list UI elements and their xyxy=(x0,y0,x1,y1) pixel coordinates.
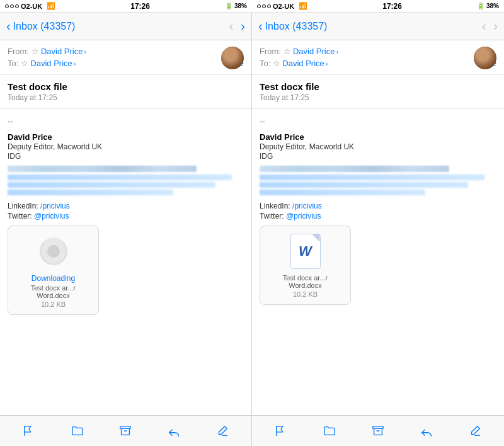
linkedin-link-left[interactable]: /pricivius xyxy=(40,202,70,210)
compose-button-left[interactable] xyxy=(212,421,232,441)
blur-line-4-left xyxy=(8,190,173,195)
subject-area-left: Test docx file Today at 17:25 xyxy=(0,75,251,109)
linkedin-label-left: LinkedIn: xyxy=(8,202,38,210)
folder-button-right[interactable] xyxy=(319,421,340,441)
attachment-downloading-label-left: Downloading xyxy=(32,274,75,283)
sig-links-right: LinkedIn: /pricivius Twitter: @pricivius xyxy=(260,202,496,220)
attachment-icon-left xyxy=(35,232,72,270)
status-bar-left: O2-UK 📶 17:26 🔋 38% xyxy=(0,0,252,13)
from-label-left: From: xyxy=(8,47,29,56)
archive-icon-right xyxy=(371,424,385,438)
subject-left: Test docx file xyxy=(8,81,244,92)
to-chevron-right: › xyxy=(326,60,328,67)
archive-button-left[interactable] xyxy=(115,421,135,441)
nav-arrows-right: ‹ › xyxy=(482,19,498,33)
to-row-right: To: ☆ David Price › Hide xyxy=(260,59,496,68)
attachment-name-left: Test docx ar...r Word.docx xyxy=(14,284,92,299)
from-name-right[interactable]: David Price xyxy=(293,47,335,56)
archive-button-right[interactable] xyxy=(368,421,388,441)
from-chevron-left: › xyxy=(84,48,86,55)
to-row-left: To: ☆ David Price › Hide xyxy=(8,59,244,68)
to-content-right: To: ☆ David Price › xyxy=(260,59,328,68)
sig-name-left: David Price xyxy=(8,132,244,142)
flag-button-left[interactable] xyxy=(19,421,39,441)
from-name-left[interactable]: David Price xyxy=(41,47,83,56)
nav-left: ‹ Inbox (43357) ‹ › xyxy=(0,13,252,40)
avatar-left xyxy=(221,47,244,69)
separator-right: -- xyxy=(260,117,496,126)
download-spinner-left xyxy=(40,237,67,265)
subject-right: Test docx file xyxy=(260,81,496,92)
sig-company-right: IDG xyxy=(260,152,496,161)
avatar-img-left xyxy=(221,47,244,69)
sig-title-right: Deputy Editor, Macworld UK xyxy=(260,142,496,151)
attachment-box-right[interactable]: W Test docx ar...r Word.docx 10.2 KB xyxy=(260,226,351,305)
linkedin-link-right[interactable]: /pricivius xyxy=(292,202,322,210)
blur-line-2-left xyxy=(8,174,232,180)
blur-line-2-right xyxy=(260,174,484,180)
right-battery-percent: 38% xyxy=(486,3,499,9)
twitter-link-right[interactable]: @pricivius xyxy=(286,212,321,220)
left-carrier-name: O2-UK xyxy=(21,3,42,10)
left-carrier-signal: O2-UK 📶 xyxy=(5,2,55,10)
twitter-line-left: Twitter: @pricivius xyxy=(8,212,244,220)
avatar-right xyxy=(474,47,496,69)
folder-button-left[interactable] xyxy=(67,421,88,441)
attachment-box-left[interactable]: Downloading Test docx ar...r Word.docx 1… xyxy=(8,226,99,315)
right-carrier-signal: O2-UK 📶 xyxy=(257,2,307,10)
email-pane-left: From: ☆ David Price › To: ☆ David Price … xyxy=(0,40,252,415)
back-label-right: Inbox (43357) xyxy=(265,21,328,32)
back-arrow-right: ‹ xyxy=(258,19,263,33)
left-battery-area: 🔋 38% xyxy=(225,3,247,9)
compose-button-right[interactable] xyxy=(465,421,485,441)
status-bar-right: O2-UK 📶 17:26 🔋 38% xyxy=(252,0,504,13)
next-email-left[interactable]: › xyxy=(241,19,245,33)
reply-button-left[interactable] xyxy=(164,421,184,441)
sig-company-left: IDG xyxy=(8,152,244,161)
separator-left: -- xyxy=(8,117,244,126)
compose-icon-left xyxy=(215,424,229,438)
to-content-left: To: ☆ David Price › xyxy=(8,59,76,68)
svg-rect-1 xyxy=(373,426,384,429)
main-area: From: ☆ David Price › To: ☆ David Price … xyxy=(0,40,504,415)
nav-bar: ‹ Inbox (43357) ‹ › ‹ Inbox (43357) ‹ › xyxy=(0,13,504,40)
twitter-label-right: Twitter: xyxy=(260,212,284,220)
prev-email-left[interactable]: ‹ xyxy=(229,19,234,33)
linkedin-label-right: LinkedIn: xyxy=(260,202,290,210)
from-row-left: From: ☆ David Price › xyxy=(8,47,244,56)
prev-email-right[interactable]: ‹ xyxy=(482,19,486,33)
attachment-name-right: Test docx ar...r Word.docx xyxy=(266,274,344,289)
reply-button-right[interactable] xyxy=(416,421,437,441)
nav-arrows-left: ‹ › xyxy=(229,19,245,33)
avatar-img-right xyxy=(474,47,496,69)
flag-button-right[interactable] xyxy=(271,421,291,441)
next-email-right[interactable]: › xyxy=(493,19,498,33)
toolbar-right xyxy=(252,416,504,446)
date-left: Today at 17:25 xyxy=(8,93,244,102)
back-button-left[interactable]: ‹ Inbox (43357) xyxy=(6,19,75,33)
right-battery-area: 🔋 38% xyxy=(477,3,499,9)
attachment-icon-right: W xyxy=(287,232,324,270)
twitter-line-right: Twitter: @pricivius xyxy=(260,212,496,220)
blur-line-1-right xyxy=(260,166,449,172)
twitter-label-left: Twitter: xyxy=(8,212,32,220)
back-button-right[interactable]: ‹ Inbox (43357) xyxy=(258,19,327,33)
to-name-left[interactable]: David Price xyxy=(30,59,72,68)
blur-line-1-left xyxy=(8,166,197,172)
email-header-right: From: ☆ David Price › To: ☆ David Price … xyxy=(252,40,504,75)
twitter-link-left[interactable]: @pricivius xyxy=(34,212,69,220)
left-time: 17:26 xyxy=(130,2,150,11)
from-star-left: ☆ xyxy=(32,47,39,56)
to-name-right[interactable]: David Price xyxy=(282,59,324,68)
left-battery-percent: 38% xyxy=(234,3,247,9)
linkedin-line-left: LinkedIn: /pricivius xyxy=(8,202,244,210)
blurred-email-left xyxy=(8,166,244,195)
toolbar-left xyxy=(0,416,252,446)
archive-icon-left xyxy=(118,424,132,438)
folder-icon-left xyxy=(71,424,84,438)
from-star-right: ☆ xyxy=(284,47,291,56)
to-star-left: ☆ xyxy=(21,59,28,68)
back-label-left: Inbox (43357) xyxy=(13,21,76,32)
date-right: Today at 17:25 xyxy=(260,93,496,102)
attachment-size-left: 10.2 KB xyxy=(41,300,66,308)
